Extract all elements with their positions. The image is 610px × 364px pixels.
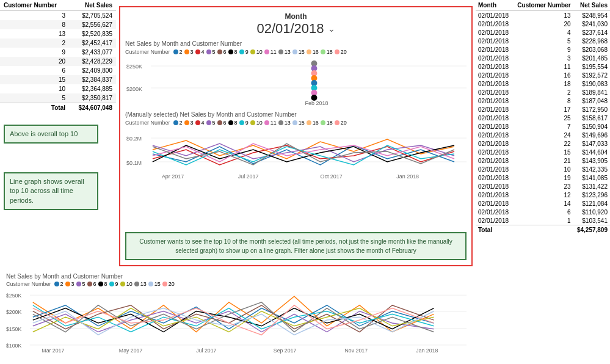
legend-dot — [307, 49, 311, 54]
right-month-cell: 02/01/2018 — [476, 199, 512, 208]
right-sales-cell: $195,554 — [573, 62, 610, 71]
svg-text:Oct 2017: Oct 2017 — [320, 173, 342, 180]
legend-item-label: 20 — [169, 281, 175, 287]
right-customer-cell: 9 — [512, 45, 573, 54]
bottom-chart-legend: Customer Number234568910111315161820 — [125, 120, 467, 126]
right-sales-cell: $187,048 — [573, 96, 610, 105]
center-bottom-legend-item: 20 — [335, 120, 347, 126]
legend-dot — [278, 49, 283, 54]
right-table-row: 02/01/201818$190,083 — [476, 79, 610, 88]
right-sales-cell: $190,083 — [573, 79, 610, 88]
right-customer-cell: 18 — [512, 79, 573, 88]
right-customer-cell: 3 — [512, 54, 573, 62]
right-customer-cell: 21 — [512, 156, 573, 165]
right-sales-cell: $149,696 — [573, 131, 610, 139]
left-table: Customer Number Net Sales 3$2,705,5248$2… — [0, 0, 116, 112]
legend-dot — [264, 49, 269, 54]
legend-item-label: 2 — [60, 281, 64, 287]
bottom-legend-item: 8 — [98, 281, 107, 287]
left-sales-cell: $2,409,800 — [69, 66, 116, 75]
left-sales-cell: $2,705,524 — [69, 11, 116, 21]
center-top-legend-item: 10 — [250, 49, 263, 55]
month-dropdown-arrow[interactable]: ⌄ — [328, 24, 335, 34]
legend-item-label: 15 — [299, 120, 305, 126]
left-table-row: 9$2,433,077 — [0, 48, 116, 57]
left-sales-cell: $2,452,417 — [69, 38, 116, 48]
center-top-legend-item: 4 — [195, 49, 205, 55]
svg-text:Jul 2017: Jul 2017 — [238, 173, 259, 180]
right-customer-cell: 24 — [512, 131, 573, 139]
legend-item-label: 10 — [256, 49, 263, 55]
svg-text:Apr 2017: Apr 2017 — [162, 173, 184, 180]
right-sales-cell: $237,614 — [573, 28, 610, 37]
legend-dot — [184, 49, 189, 54]
bottom-line-svg: $250K $200K $150K $100K Mar 2017 May 201… — [6, 289, 467, 354]
legend-item-label: 13 — [285, 49, 291, 55]
right-sales-cell: $123,296 — [573, 191, 610, 199]
center-top-legend-item: 6 — [217, 49, 227, 55]
legend-dot — [206, 120, 211, 125]
left-table-row: 10$2,364,885 — [0, 84, 116, 93]
right-customer-cell: 2 — [512, 88, 573, 96]
right-customer-cell: 10 — [512, 165, 573, 173]
legend-dot — [148, 282, 153, 286]
right-month-cell: 02/01/2018 — [476, 20, 512, 28]
svg-text:Mar 2017: Mar 2017 — [42, 348, 64, 354]
left-table-row: 15$2,384,837 — [0, 75, 116, 84]
left-table-total-row: Total$24,607,048 — [0, 103, 116, 113]
right-sales-cell: $228,968 — [573, 37, 610, 45]
right-table-row: 02/01/201820$241,030 — [476, 20, 610, 28]
left-sales-cell: $2,520,835 — [69, 29, 116, 38]
right-table-row: 02/01/201811$195,554 — [476, 62, 610, 71]
right-table-row: 02/01/201823$131,422 — [476, 182, 610, 191]
bottom-legend-label: Customer Number — [6, 281, 51, 287]
legend-dot — [65, 282, 70, 286]
legend-dot — [98, 282, 103, 286]
legend-item-label: 2 — [180, 120, 183, 126]
legend-item-label: 6 — [93, 281, 96, 287]
legend-item-label: 6 — [223, 120, 227, 126]
left-table-row: 13$2,520,835 — [0, 29, 116, 38]
right-customer-cell: 17 — [512, 105, 573, 114]
center-panel: Month 02/01/2018 ⌄ Net Sales by Month an… — [119, 6, 473, 266]
legend-item-label: 9 — [115, 281, 118, 287]
center-top-legend-item: 18 — [321, 49, 333, 55]
legend-dot — [335, 120, 339, 125]
right-month-cell: 02/01/2018 — [476, 11, 512, 20]
legend-item-label: 5 — [212, 120, 216, 126]
center-top-legend-item: 13 — [278, 49, 291, 55]
right-table-total-row: Total$4,257,809 — [476, 225, 610, 235]
right-table-row: 02/01/201814$121,084 — [476, 199, 610, 208]
svg-text:Jan 2018: Jan 2018 — [396, 173, 419, 180]
legend-item-label: 16 — [313, 120, 319, 126]
left-customer-cell: 10 — [0, 84, 69, 93]
right-table-row: 02/01/20183$201,485 — [476, 54, 610, 62]
right-sales-cell: $144,604 — [573, 148, 610, 156]
right-month-cell: 02/01/2018 — [476, 148, 512, 156]
legend-dot — [278, 120, 283, 125]
left-sales-cell: $2,433,077 — [69, 48, 116, 57]
right-month-cell: 02/01/2018 — [476, 88, 512, 96]
right-table-row: 02/01/20189$203,068 — [476, 45, 610, 54]
legend-item-label: 18 — [327, 120, 333, 126]
right-customer-cell: 12 — [512, 191, 573, 199]
center-bottom-legend-item: 8 — [228, 120, 238, 126]
legend-dot — [292, 120, 297, 125]
right-customer-cell: 20 — [512, 20, 573, 28]
legend-item-label: 5 — [82, 281, 85, 287]
legend-dot — [76, 282, 81, 286]
bottom-chart-title: (Manually selected) Net Sales by Month a… — [125, 111, 467, 118]
bottom-legend-item: 13 — [134, 281, 147, 287]
center-bottom-legend-item: 16 — [307, 120, 319, 126]
right-customer-cell: 5 — [512, 37, 573, 45]
svg-text:$0.1M: $0.1M — [126, 160, 142, 166]
legend-dot — [292, 49, 297, 54]
bottom-legend: Customer Number23568910131520 — [6, 281, 467, 287]
legend-item-label: 11 — [271, 49, 277, 55]
legend-dot — [195, 120, 200, 125]
right-month-cell: 02/01/2018 — [476, 96, 512, 105]
left-sales-cell: $2,556,627 — [69, 20, 116, 29]
right-customer-cell: 23 — [512, 182, 573, 191]
legend-item-label: 8 — [234, 49, 238, 55]
right-customer-cell: 1 — [512, 216, 573, 225]
